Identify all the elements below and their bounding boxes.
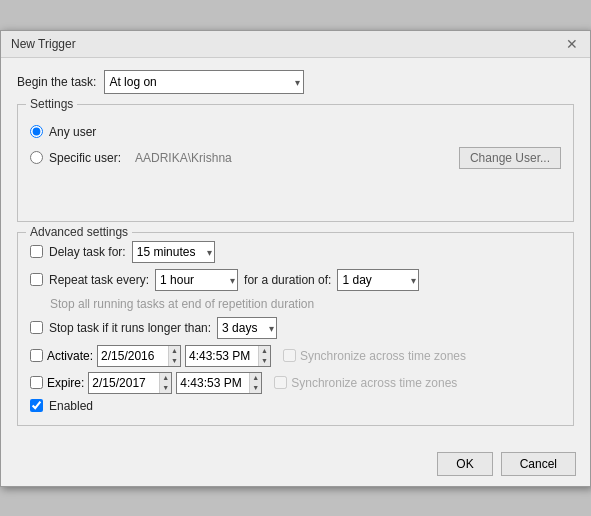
activate-date-input[interactable]	[98, 348, 168, 364]
begin-task-select[interactable]: At log on On a schedule At startup On an…	[104, 70, 304, 94]
expire-label: Expire:	[47, 376, 84, 390]
dialog-title: New Trigger	[11, 37, 76, 51]
duration-label: for a duration of:	[244, 273, 331, 287]
activate-sync-checkbox[interactable]	[283, 349, 296, 362]
expire-row: Expire: ▲ ▼ ▲ ▼ Sync	[30, 372, 561, 394]
begin-task-select-wrapper: At log on On a schedule At startup On an…	[104, 70, 304, 94]
delay-task-label: Delay task for:	[49, 245, 126, 259]
activate-time-wrapper: ▲ ▼	[185, 345, 271, 367]
expire-checkbox[interactable]	[30, 376, 43, 389]
expire-sync-label: Synchronize across time zones	[274, 376, 457, 390]
activate-label: Activate:	[47, 349, 93, 363]
any-user-radio[interactable]	[30, 125, 43, 138]
delay-task-select-wrapper: 15 minutes 30 minutes 1 hour	[132, 241, 215, 263]
enabled-row: Enabled	[30, 399, 561, 413]
specific-user-radio[interactable]	[30, 151, 43, 164]
repeat-task-checkbox[interactable]	[30, 273, 43, 286]
stop-all-label: Stop all running tasks at end of repetit…	[50, 297, 314, 311]
begin-task-label: Begin the task:	[17, 75, 96, 89]
enabled-checkbox[interactable]	[30, 399, 43, 412]
expire-time-down[interactable]: ▼	[250, 383, 261, 393]
expire-time-input[interactable]	[177, 375, 249, 391]
repeat-task-select-wrapper: 1 hour 30 minutes 1 day	[155, 269, 238, 291]
specific-user-label: Specific user:	[49, 151, 121, 165]
advanced-settings-label: Advanced settings	[26, 225, 132, 239]
duration-select-wrapper: 1 day Indefinitely	[337, 269, 419, 291]
spacer	[30, 169, 561, 209]
stop-task-select[interactable]: 3 days 1 day 1 hour	[217, 317, 277, 339]
specific-user-value: AADRIKA\Krishna	[135, 151, 453, 165]
activate-sync-text: Synchronize across time zones	[300, 349, 466, 363]
activate-date-wrapper: ▲ ▼	[97, 345, 181, 367]
expire-date-spinner[interactable]: ▲ ▼	[159, 373, 171, 393]
dialog-footer: OK Cancel	[1, 446, 590, 486]
begin-task-row: Begin the task: At log on On a schedule …	[17, 70, 574, 94]
expire-time-wrapper: ▲ ▼	[176, 372, 262, 394]
change-user-button[interactable]: Change User...	[459, 147, 561, 169]
expire-time-up[interactable]: ▲	[250, 373, 261, 383]
stop-task-row: Stop task if it runs longer than: 3 days…	[30, 317, 561, 339]
settings-section: Settings Any user Specific user: AADRIKA…	[17, 104, 574, 222]
expire-time-spinner[interactable]: ▲ ▼	[249, 373, 261, 393]
cancel-button[interactable]: Cancel	[501, 452, 576, 476]
expire-date-input[interactable]	[89, 375, 159, 391]
any-user-row: Any user	[30, 125, 561, 139]
expire-sync-checkbox[interactable]	[274, 376, 287, 389]
stop-task-select-wrapper: 3 days 1 day 1 hour	[217, 317, 277, 339]
expire-sync-text: Synchronize across time zones	[291, 376, 457, 390]
activate-time-input[interactable]	[186, 348, 258, 364]
close-button[interactable]: ✕	[564, 37, 580, 51]
stop-task-label: Stop task if it runs longer than:	[49, 321, 211, 335]
stop-all-row: Stop all running tasks at end of repetit…	[30, 297, 561, 311]
expire-date-down[interactable]: ▼	[160, 383, 171, 393]
repeat-task-select[interactable]: 1 hour 30 minutes 1 day	[155, 269, 238, 291]
stop-task-checkbox[interactable]	[30, 321, 43, 334]
dialog-body: Begin the task: At log on On a schedule …	[1, 58, 590, 446]
activate-time-spinner[interactable]: ▲ ▼	[258, 346, 270, 366]
title-bar: New Trigger ✕	[1, 31, 590, 58]
specific-user-row: Specific user: AADRIKA\Krishna Change Us…	[30, 147, 561, 169]
activate-checkbox[interactable]	[30, 349, 43, 362]
delay-task-select[interactable]: 15 minutes 30 minutes 1 hour	[132, 241, 215, 263]
duration-select[interactable]: 1 day Indefinitely	[337, 269, 419, 291]
ok-button[interactable]: OK	[437, 452, 492, 476]
new-trigger-dialog: New Trigger ✕ Begin the task: At log on …	[0, 30, 591, 487]
enabled-label: Enabled	[49, 399, 93, 413]
settings-content: Any user Specific user: AADRIKA\Krishna …	[30, 113, 561, 169]
activate-row: Activate: ▲ ▼ ▲ ▼ Sy	[30, 345, 561, 367]
activate-date-down[interactable]: ▼	[169, 356, 180, 366]
activate-date-up[interactable]: ▲	[169, 346, 180, 356]
expire-date-wrapper: ▲ ▼	[88, 372, 172, 394]
advanced-settings-section: Advanced settings Delay task for: 15 min…	[17, 232, 574, 426]
any-user-label: Any user	[49, 125, 96, 139]
delay-task-checkbox[interactable]	[30, 245, 43, 258]
expire-date-up[interactable]: ▲	[160, 373, 171, 383]
activate-time-up[interactable]: ▲	[259, 346, 270, 356]
delay-task-row: Delay task for: 15 minutes 30 minutes 1 …	[30, 241, 561, 263]
repeat-task-label: Repeat task every:	[49, 273, 149, 287]
repeat-task-row: Repeat task every: 1 hour 30 minutes 1 d…	[30, 269, 561, 291]
settings-label: Settings	[26, 97, 77, 111]
activate-time-down[interactable]: ▼	[259, 356, 270, 366]
activate-date-spinner[interactable]: ▲ ▼	[168, 346, 180, 366]
activate-sync-label: Synchronize across time zones	[283, 349, 466, 363]
